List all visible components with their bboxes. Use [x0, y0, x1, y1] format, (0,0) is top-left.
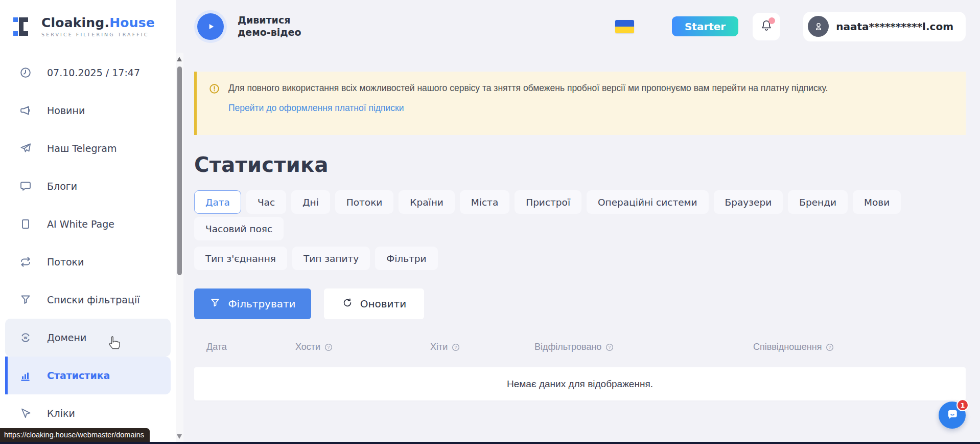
brand-name: Cloaking.House — [41, 15, 155, 30]
sidebar-item-statistics[interactable]: Статистика — [5, 357, 171, 394]
svg-text:?: ? — [829, 345, 831, 349]
funnel-icon — [19, 294, 32, 306]
upgrade-subscription-link[interactable]: Перейти до оформлення платної підписки — [228, 103, 404, 114]
megaphone-icon — [19, 104, 32, 117]
app-window: Cloaking.House SERVICE FILTERING TRAFFIC… — [0, 0, 980, 444]
chat-bubble-icon — [19, 180, 32, 192]
svg-text:?: ? — [328, 345, 330, 349]
tab-time[interactable]: Час — [246, 190, 286, 214]
sidebar-scrollbar[interactable] — [176, 53, 183, 444]
sidebar-item-label: Наш Telegram — [47, 143, 116, 154]
sidebar-item-label: Новини — [47, 105, 85, 116]
sidebar-item-blogs[interactable]: Блоги — [5, 167, 171, 205]
sidebar-item-label: 07.10.2025 / 17:47 — [47, 67, 140, 78]
window-bottom-edge — [0, 442, 980, 444]
link-preview-statusbar: https://cloaking.house/webmaster/domains — [0, 428, 150, 442]
webmaster-w-icon: w — [19, 331, 32, 344]
sidebar-item-label: Потоки — [47, 256, 84, 268]
page-title: Статистика — [194, 153, 966, 176]
help-question-icon[interactable]: ? — [451, 343, 460, 352]
help-question-icon[interactable]: ? — [324, 343, 333, 352]
funnel-icon — [209, 297, 221, 311]
column-header-hosts: Хости ? — [295, 342, 333, 352]
language-flag-ukraine[interactable] — [615, 20, 634, 33]
refresh-button[interactable]: Оновити — [324, 288, 424, 319]
help-question-icon[interactable]: ? — [605, 343, 614, 352]
filter-button[interactable]: Фільтрувати — [194, 288, 311, 319]
tab-filters[interactable]: Фільтри — [375, 247, 437, 270]
logo[interactable]: Cloaking.House SERVICE FILTERING TRAFFIC — [0, 0, 176, 53]
refresh-icon — [342, 297, 353, 311]
brand-tagline: SERVICE FILTERING TRAFFIC — [41, 32, 155, 37]
statistics-table-header: Дата Хости ? Хіти ? Відфільтровано ? — [194, 342, 966, 357]
sidebar-item-label: Статистика — [47, 370, 110, 381]
sidebar-nav: 07.10.2025 / 17:47 Новини Наш Telegram — [0, 53, 176, 432]
tab-date[interactable]: Дата — [194, 190, 241, 214]
trial-banner: Для повного використання всіх можливосте… — [194, 72, 966, 135]
sidebar-item-filter-lists[interactable]: Списки фільтрації — [5, 281, 171, 319]
page-icon — [19, 218, 32, 230]
sidebar-item-label: Кліки — [47, 408, 75, 419]
tab-days[interactable]: Дні — [291, 190, 330, 214]
scrollbar-thumb[interactable] — [177, 66, 182, 275]
demo-video-label: Дивитися демо-відео — [238, 14, 305, 39]
brand-name-accent: House — [109, 15, 155, 30]
tab-languages[interactable]: Мови — [853, 190, 901, 214]
tab-devices[interactable]: Пристрої — [515, 190, 581, 214]
main-area: Дивитися демо-відео Starter — [183, 0, 980, 444]
brand-name-primary: Cloaking. — [41, 15, 109, 30]
svg-text:w: w — [24, 336, 28, 340]
chat-widget-button[interactable]: 1 — [939, 402, 966, 429]
sidebar-item-label: Блоги — [47, 181, 77, 192]
column-header-ratio: Співвідношення ? — [753, 342, 834, 352]
svg-text:?: ? — [609, 345, 611, 349]
sync-icon — [19, 256, 32, 268]
play-icon[interactable] — [197, 13, 224, 40]
sidebar-item-ai-white-page[interactable]: AI White Page — [5, 205, 171, 243]
sidebar-item-clicks[interactable]: Кліки — [5, 394, 171, 432]
sidebar-item-telegram[interactable]: Наш Telegram — [5, 129, 171, 167]
tab-streams[interactable]: Потоки — [335, 190, 394, 214]
scrollbar-down-arrow-icon[interactable] — [177, 434, 182, 439]
help-question-icon[interactable]: ? — [825, 343, 834, 352]
table-empty-state: Немає даних для відображення. — [194, 367, 966, 401]
scrollbar-up-arrow-icon[interactable] — [177, 57, 182, 61]
topbar: Дивитися демо-відео Starter — [194, 0, 966, 53]
statistics-filter-tabs: Дата Час Дні Потоки Країни Міста Пристро… — [194, 190, 966, 270]
sidebar-item-news[interactable]: Новини — [5, 92, 171, 129]
clock-icon — [19, 66, 32, 79]
cursor-icon — [19, 407, 32, 419]
column-header-hits: Хіти ? — [430, 342, 460, 352]
paper-plane-icon — [19, 142, 32, 154]
chat-unread-badge: 1 — [956, 399, 969, 411]
person-icon — [808, 16, 829, 37]
tab-timezone[interactable]: Часовий пояс — [194, 217, 284, 240]
plan-badge-button[interactable]: Starter — [672, 16, 738, 36]
column-header-filtered: Відфільтровано ? — [534, 342, 614, 352]
sidebar: Cloaking.House SERVICE FILTERING TRAFFIC… — [0, 0, 176, 444]
column-header-date: Дата — [206, 342, 227, 352]
tab-request-type[interactable]: Тип запиту — [292, 247, 370, 270]
sidebar-item-streams[interactable]: Потоки — [5, 243, 171, 281]
tab-brands[interactable]: Бренди — [788, 190, 848, 214]
logo-icon — [12, 15, 35, 38]
user-email: naata**********l.com — [836, 20, 953, 33]
tab-cities[interactable]: Міста — [460, 190, 509, 214]
tab-operating-systems[interactable]: Операційні системи — [587, 190, 709, 214]
sidebar-item-label: Домени — [47, 332, 86, 343]
tab-connection-type[interactable]: Тип з'єднання — [194, 247, 287, 270]
notifications-button[interactable] — [753, 13, 780, 40]
svg-text:?: ? — [455, 345, 457, 349]
user-account-button[interactable]: naata**********l.com — [803, 12, 966, 41]
sidebar-item-datetime: 07.10.2025 / 17:47 — [5, 54, 171, 92]
sidebar-item-domains[interactable]: w Домени — [5, 319, 171, 357]
sidebar-item-label: AI White Page — [47, 218, 114, 230]
notification-dot — [768, 17, 775, 24]
bar-chart-icon — [19, 369, 32, 382]
demo-video-button[interactable]: Дивитися демо-відео — [194, 10, 305, 43]
sidebar-item-label: Списки фільтрації — [47, 294, 139, 305]
warning-circle-icon — [208, 83, 220, 125]
tab-countries[interactable]: Країни — [399, 190, 454, 214]
trial-banner-message: Для повного використання всіх можливосте… — [228, 82, 828, 95]
tab-browsers[interactable]: Браузери — [714, 190, 783, 214]
